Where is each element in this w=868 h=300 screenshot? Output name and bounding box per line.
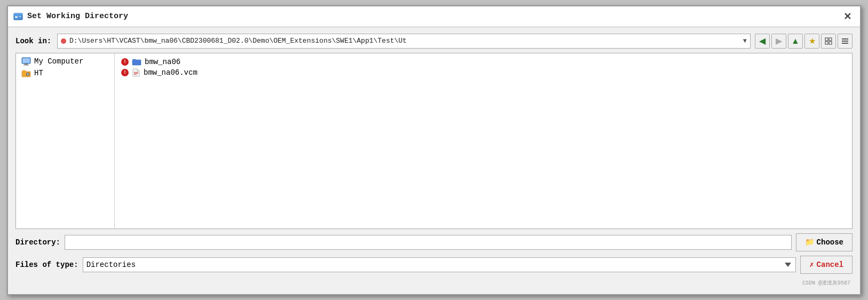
forward-button[interactable]: ▶ [771, 34, 786, 49]
cancel-button[interactable]: ✗ Cancel [800, 256, 853, 274]
svg-rect-14 [23, 65, 29, 66]
computer-icon [21, 57, 31, 66]
path-dot-icon [61, 38, 66, 44]
sidebar-item-ht[interactable]: HT [16, 67, 114, 79]
svg-point-16 [27, 73, 28, 74]
svg-rect-3 [19, 16, 21, 17]
bookmark-button[interactable]: ★ [804, 34, 819, 49]
path-dropdown-arrow: ▼ [741, 37, 747, 45]
set-working-directory-dialog: Set Working Directory ✕ Look in: D:\User… [7, 5, 861, 295]
dialog-icon [13, 12, 23, 21]
svg-rect-12 [22, 58, 30, 63]
bookmark-icon: ★ [809, 36, 816, 46]
dialog-title: Set Working Directory [27, 12, 128, 21]
svg-rect-7 [829, 42, 832, 44]
ht-folder-icon [21, 69, 31, 77]
title-bar: Set Working Directory ✕ [8, 6, 860, 27]
cancel-x-icon: ✗ [809, 260, 814, 269]
up-icon: ▲ [791, 36, 800, 46]
file-label-bmw-na06: bmw_na06 [145, 58, 180, 66]
look-in-label: Look in: [15, 37, 53, 45]
back-icon: ◀ [759, 36, 766, 46]
svg-rect-5 [829, 38, 832, 41]
back-button[interactable]: ◀ [755, 34, 770, 49]
svg-rect-8 [842, 38, 848, 40]
up-button[interactable]: ▲ [788, 34, 803, 49]
files-of-type-select[interactable]: Directories [83, 257, 796, 272]
svg-rect-13 [25, 64, 28, 65]
svg-rect-10 [842, 43, 848, 44]
files-of-type-label: Files of type: [15, 260, 78, 269]
nav-buttons: ◀ ▶ ▲ ★ [755, 34, 853, 49]
files-type-row: Files of type: Directories ✗ Cancel [15, 256, 853, 274]
file-item-bmw-na06-vcm[interactable]: bmw_na06.vcm [119, 67, 848, 78]
right-panel: bmw_na06 bmw_na06.vcm [115, 53, 852, 228]
close-button[interactable]: ✕ [840, 10, 855, 23]
svg-rect-19 [134, 74, 137, 75]
file-label-bmw-na06-vcm: bmw_na06.vcm [144, 68, 198, 77]
file-item-bmw-na06-folder[interactable]: bmw_na06 [119, 57, 848, 67]
sidebar-label-ht: HT [34, 69, 43, 77]
left-panel: My Computer HT [16, 53, 115, 228]
grid-icon [825, 37, 832, 45]
svg-rect-2 [15, 16, 18, 18]
svg-rect-6 [825, 42, 828, 44]
look-in-row: Look in: D:\Users\HT\VCAST\bmw_na06\CBD2… [15, 34, 853, 49]
file-area: My Computer HT [15, 53, 853, 229]
svg-rect-9 [842, 41, 848, 42]
sidebar-item-my-computer[interactable]: My Computer [16, 56, 114, 67]
svg-rect-17 [134, 72, 138, 73]
watermark: CSDN @渣渣灰9587 [15, 278, 853, 288]
directory-label: Directory: [15, 238, 60, 247]
path-text: D:\Users\HT\VCAST\bmw_na06\CBD2300681_D0… [69, 37, 741, 45]
grid-view-button[interactable] [821, 34, 836, 49]
vcm-file-icon [132, 68, 140, 77]
title-bar-left: Set Working Directory [13, 12, 128, 21]
list-icon [841, 37, 849, 45]
choose-label: Choose [817, 238, 843, 247]
svg-rect-4 [825, 38, 828, 41]
list-view-button[interactable] [838, 34, 853, 49]
folder-icon [132, 58, 141, 66]
forward-icon: ▶ [776, 36, 782, 46]
choose-folder-icon: 📁 [805, 238, 814, 247]
error-badge-icon [121, 58, 129, 66]
cancel-label: Cancel [817, 260, 843, 269]
sidebar-label-my-computer: My Computer [34, 57, 83, 66]
directory-input[interactable] [65, 235, 792, 250]
svg-rect-1 [14, 13, 22, 15]
error-badge-icon-2 [121, 69, 129, 76]
directory-row: Directory: 📁 Choose [15, 233, 853, 251]
path-combo[interactable]: D:\Users\HT\VCAST\bmw_na06\CBD2300681_D0… [57, 34, 751, 49]
choose-button[interactable]: 📁 Choose [796, 233, 853, 251]
svg-rect-18 [134, 73, 138, 74]
dialog-body: Look in: D:\Users\HT\VCAST\bmw_na06\CBD2… [8, 27, 860, 294]
